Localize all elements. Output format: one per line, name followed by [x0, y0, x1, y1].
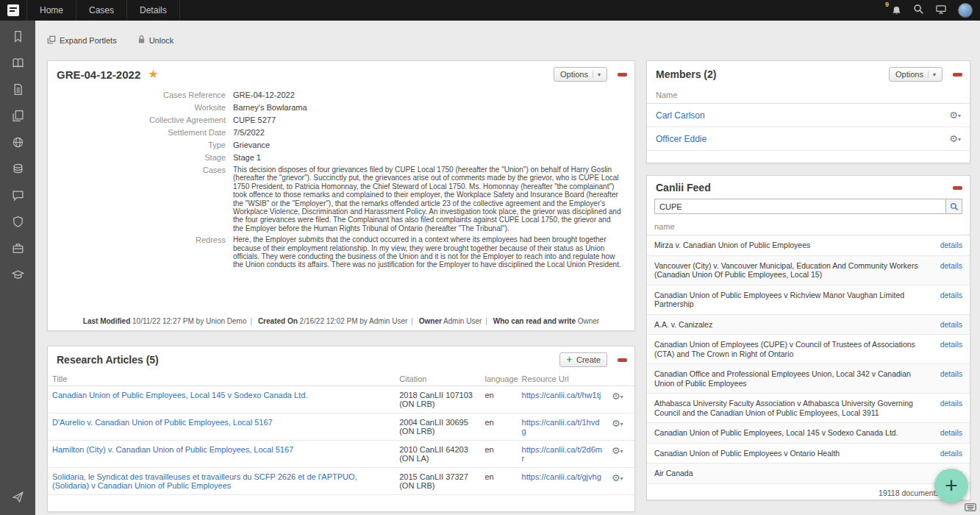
canlii-minimize-button[interactable]: [953, 186, 962, 190]
briefcase-icon[interactable]: [12, 242, 24, 258]
article-url-link[interactable]: https://canlii.ca/t/gjvhg: [522, 472, 601, 481]
chevron-down-icon: ▾: [928, 71, 936, 78]
details-link[interactable]: details: [940, 369, 962, 388]
list-item: Canadian Union of Public Employees v Ric…: [647, 285, 970, 315]
list-item: Air Canadadetails: [647, 464, 970, 484]
details-link[interactable]: details: [940, 291, 962, 309]
field-value: CUPE 5277: [233, 116, 621, 125]
favorite-star-icon[interactable]: ★: [148, 69, 158, 79]
details-link[interactable]: details: [940, 241, 962, 250]
row-actions-gear-icon[interactable]: ⚙▾: [612, 472, 623, 483]
search-icon[interactable]: [913, 4, 924, 18]
member-actions-gear-icon[interactable]: ⚙▾: [949, 110, 961, 121]
member-actions-gear-icon[interactable]: ⚙▾: [949, 133, 961, 144]
add-fab-button[interactable]: +: [934, 469, 968, 502]
nav-item-home[interactable]: Home: [26, 0, 76, 21]
column-header-citation: Citation: [395, 372, 480, 386]
article-language: en: [480, 413, 517, 441]
field-label: Cases: [57, 166, 226, 232]
details-link[interactable]: details: [940, 449, 962, 458]
members-options-button[interactable]: Options▾: [889, 67, 943, 82]
keyboard-icon[interactable]: [965, 501, 976, 514]
table-row: Canadian Union of Public Employees, Loca…: [48, 386, 634, 413]
chat-icon[interactable]: [12, 189, 24, 205]
article-title-link[interactable]: Hamilton (City) v. Canadian Union of Pub…: [52, 445, 293, 454]
globe-icon[interactable]: [12, 136, 24, 152]
canlii-search-button[interactable]: [945, 199, 962, 214]
case-options-button[interactable]: Options▾: [554, 67, 607, 82]
field-label: Redress: [57, 235, 226, 269]
case-fields: Cases ReferenceGRE-04-12-2022 WorksiteBa…: [48, 86, 634, 269]
details-link[interactable]: details: [940, 399, 962, 417]
article-citation: 2015 CanLII 37327 (ON LRB): [395, 468, 480, 495]
case-name: Vancouver (City) v. Vancouver Municipal,…: [654, 261, 933, 280]
case-panel: GRE-04-12-2022 ★ Options▾ Cases Referenc…: [47, 60, 635, 331]
field-value-redress: Here, the Employer submits that the cond…: [233, 235, 621, 269]
create-button[interactable]: +Create: [559, 352, 607, 367]
article-language: en: [480, 386, 517, 413]
article-language: en: [480, 441, 517, 468]
nav-item-details[interactable]: Details: [126, 0, 180, 21]
research-minimize-button[interactable]: [618, 358, 627, 362]
top-navbar: Home Cases Details 9: [0, 0, 980, 21]
article-url-link[interactable]: https://canlii.ca/t/2d6mr: [522, 445, 602, 463]
details-link[interactable]: details: [940, 261, 962, 280]
field-label: Settlement Date: [57, 128, 226, 138]
case-minimize-button[interactable]: [618, 73, 627, 77]
table-row: Hamilton (City) v. Canadian Union of Pub…: [48, 441, 634, 468]
case-name: A.A. v. Canizalez: [654, 320, 712, 330]
details-link[interactable]: details: [940, 428, 962, 438]
table-row: D'Aurelio v. Canadian Union of Public Em…: [48, 413, 634, 441]
send-icon[interactable]: [12, 491, 24, 506]
field-label: Worksite: [57, 103, 226, 113]
member-name-link[interactable]: Officer Eddie: [656, 134, 707, 144]
members-column-header: Name: [647, 86, 970, 104]
canlii-results-list: Mirza v. Canadian Union of Public Employ…: [647, 235, 970, 484]
case-name: Canadian Union of Public Employees, Loca…: [654, 428, 898, 438]
members-minimize-button[interactable]: [953, 73, 962, 77]
chevron-down-icon: ▾: [593, 71, 601, 78]
nav-item-cases[interactable]: Cases: [76, 0, 126, 21]
book-icon[interactable]: [12, 57, 24, 72]
member-name-link[interactable]: Carl Carlson: [656, 110, 705, 121]
case-title: GRE-04-12-2022: [57, 68, 140, 81]
expand-portlets-button[interactable]: Expand Portlets: [47, 35, 117, 46]
row-actions-gear-icon[interactable]: ⚙▾: [612, 445, 623, 456]
portlet-toolbar: Expand Portlets Unlock: [47, 35, 174, 46]
list-item: Athabasca University Faculty Association…: [647, 394, 970, 423]
article-title-link[interactable]: D'Aurelio v. Canadian Union of Public Em…: [52, 418, 273, 427]
case-name: Air Canada: [654, 469, 693, 478]
shield-icon[interactable]: [12, 216, 24, 231]
list-item: A.A. v. Canizalezdetails: [647, 315, 970, 335]
article-url-link[interactable]: https://canlii.ca/t/1hvdg: [522, 418, 600, 436]
coins-icon[interactable]: [12, 163, 24, 178]
graduation-icon[interactable]: [12, 269, 24, 284]
documents-icon[interactable]: [12, 110, 24, 125]
screens-icon[interactable]: [935, 4, 947, 18]
user-avatar[interactable]: [958, 3, 973, 18]
pagination: |< < > >|: [647, 499, 970, 501]
bookmark-icon[interactable]: [12, 30, 24, 46]
case-name: Canadian Office and Professional Employe…: [654, 369, 933, 388]
notifications-bell-icon[interactable]: 9: [891, 5, 902, 16]
results-count: 19118 documents found: [647, 484, 970, 499]
case-name: Canadian Union of Public Employees v Ric…: [654, 291, 933, 309]
field-label: Cases Reference: [57, 90, 226, 100]
article-title-link[interactable]: Canadian Union of Public Employees, Loca…: [52, 391, 307, 399]
member-row: Carl Carlson ⚙▾: [647, 104, 970, 127]
case-audit-line: Last Modified 10/11/22 12:27 PM by Union…: [48, 317, 634, 325]
document-icon[interactable]: [12, 83, 24, 99]
unlock-button[interactable]: Unlock: [137, 35, 174, 46]
list-item: Canadian Office and Professional Employe…: [647, 364, 970, 394]
field-value: Barney's Bowlarama: [233, 103, 621, 113]
app-logo-icon[interactable]: [0, 0, 26, 21]
row-actions-gear-icon[interactable]: ⚙▾: [612, 418, 623, 429]
field-value-cases: This decision disposes of four grievance…: [233, 166, 621, 232]
canlii-search-input[interactable]: [654, 199, 945, 214]
details-link[interactable]: details: [940, 320, 962, 330]
row-actions-gear-icon[interactable]: ⚙▾: [612, 391, 623, 402]
article-title-link[interactable]: Solidaria, le Syndicat des travailleuses…: [52, 472, 357, 490]
article-url-link[interactable]: https://canlii.ca/t/hw1tj: [522, 391, 601, 399]
list-item: Canadian Union of Employees (CUPE) v Cou…: [647, 335, 970, 364]
details-link[interactable]: details: [940, 340, 962, 358]
